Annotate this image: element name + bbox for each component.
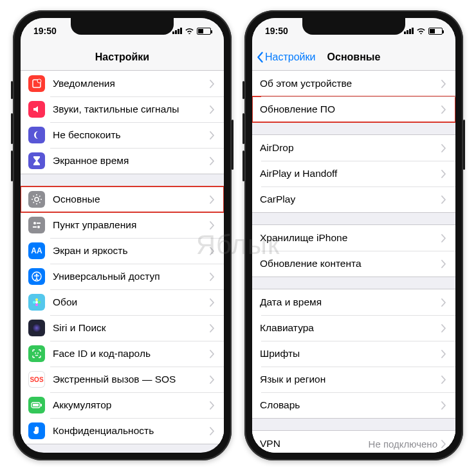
chevron-right-icon <box>210 273 215 281</box>
row-value: Не подключено <box>369 439 437 449</box>
cellular-icon <box>404 28 414 34</box>
row-label: Основные <box>53 194 210 205</box>
row-label: Обновление контента <box>260 258 441 269</box>
row-label: AirDrop <box>260 142 441 154</box>
chevron-right-icon <box>210 401 215 410</box>
sounds-icon <box>28 101 45 118</box>
row-экранное-время[interactable]: Экранное время <box>21 148 224 174</box>
chevron-right-icon <box>210 298 215 307</box>
battery-icon <box>28 397 45 413</box>
chevron-right-icon <box>210 157 215 165</box>
page-title: Основные <box>327 51 381 63</box>
chevron-right-icon <box>441 440 446 448</box>
chevron-right-icon <box>210 350 215 358</box>
row-label: Не беспокоить <box>53 129 210 141</box>
row-label: AirPlay и Handoff <box>260 168 441 179</box>
row-шрифты[interactable]: Шрифты <box>252 341 455 367</box>
chevron-right-icon <box>441 324 446 332</box>
chevron-right-icon <box>210 247 215 255</box>
svg-rect-18 <box>41 404 42 406</box>
svg-point-5 <box>37 226 40 228</box>
status-time: 19:50 <box>33 26 57 36</box>
chevron-right-icon <box>441 298 446 307</box>
row-carplay[interactable]: CarPlay <box>252 186 455 212</box>
page-title: Настройки <box>95 51 149 63</box>
back-button[interactable]: Настройки <box>256 44 315 70</box>
row-label: Экстренный вызов — SOS <box>53 374 210 385</box>
notch <box>302 18 405 35</box>
svg-point-9 <box>35 301 38 304</box>
row-клавиатура[interactable]: Клавиатура <box>252 315 455 341</box>
battery-icon <box>197 28 211 35</box>
row-label: Об этом устройстве <box>260 78 441 89</box>
row-label: Обои <box>53 296 210 308</box>
row-vpn[interactable]: VPNНе подключено <box>252 431 455 453</box>
svg-point-13 <box>38 301 41 304</box>
general-list[interactable]: Об этом устройствеОбновление ПОAirDropAi… <box>252 71 455 453</box>
AA-icon: AA <box>28 242 45 259</box>
svg-point-3 <box>33 222 36 224</box>
row-экстренный-вызов-sos[interactable]: SOSЭкстренный вызов — SOS <box>21 367 224 392</box>
svg-point-8 <box>36 274 38 276</box>
chevron-right-icon <box>441 260 446 268</box>
chevron-right-icon <box>441 144 446 152</box>
row-конфиденциальность[interactable]: Конфиденциальность <box>21 418 224 444</box>
chevron-right-icon <box>210 105 215 114</box>
row-уведомления[interactable]: Уведомления <box>21 71 224 96</box>
row-label: Экран и яркость <box>53 245 210 257</box>
svg-point-1 <box>37 79 41 83</box>
row-основные[interactable]: Основные <box>21 186 224 212</box>
flower-icon <box>28 294 45 311</box>
siri-icon <box>28 320 45 336</box>
row-label: CarPlay <box>260 194 441 205</box>
row-siri-и-поиск[interactable]: Siri и Поиск <box>21 315 224 341</box>
chevron-right-icon <box>210 131 215 140</box>
svg-point-11 <box>35 304 38 306</box>
notifications-icon <box>28 75 45 92</box>
gear-icon <box>28 191 45 208</box>
sos-icon: SOS <box>28 371 45 388</box>
wifi-icon <box>416 26 426 36</box>
row-не-беспокоить[interactable]: Не беспокоить <box>21 122 224 148</box>
chevron-right-icon <box>441 105 446 114</box>
row-хранилище-iphone[interactable]: Хранилище iPhone <box>252 225 455 251</box>
row-пункт-управления[interactable]: Пункт управления <box>21 212 224 238</box>
row-label: Звуки, тактильные сигналы <box>53 104 210 115</box>
row-face-id-и-код-пароль[interactable]: Face ID и код-пароль <box>21 341 224 367</box>
row-универсальный-доступ[interactable]: Универсальный доступ <box>21 264 224 289</box>
row-обновление-по[interactable]: Обновление ПО <box>252 96 455 122</box>
row-label: Универсальный доступ <box>53 271 210 282</box>
row-экран-и-яркость[interactable]: AAЭкран и яркость <box>21 238 224 264</box>
row-обновление-контента[interactable]: Обновление контента <box>252 251 455 277</box>
chevron-right-icon <box>210 324 215 332</box>
row-дата-и-время[interactable]: Дата и время <box>252 289 455 315</box>
switches-icon <box>28 217 45 233</box>
row-label: Аккумулятор <box>53 399 210 411</box>
back-label: Настройки <box>265 51 315 63</box>
row-обои[interactable]: Обои <box>21 289 224 315</box>
row-об-этом-устройстве[interactable]: Об этом устройстве <box>252 71 455 96</box>
row-аккумулятор[interactable]: Аккумулятор <box>21 392 224 418</box>
battery-icon <box>428 28 443 35</box>
svg-point-14 <box>32 323 41 332</box>
row-язык-и-регион[interactable]: Язык и регион <box>252 367 455 392</box>
chevron-right-icon <box>441 234 446 242</box>
svg-rect-19 <box>33 404 39 406</box>
row-словарь[interactable]: Словарь <box>252 392 455 418</box>
row-airdrop[interactable]: AirDrop <box>252 135 455 161</box>
row-label: Пункт управления <box>53 219 210 231</box>
svg-rect-4 <box>37 222 41 224</box>
phone-left: 19:50 Настройки УведомленияЗвуки, тактил… <box>13 10 232 460</box>
faceid-icon <box>28 345 45 362</box>
chevron-right-icon <box>210 195 215 204</box>
hand-icon <box>28 422 45 439</box>
cellular-icon <box>172 28 182 34</box>
row-label: Словарь <box>260 399 441 411</box>
row-label: Уведомления <box>53 78 210 89</box>
settings-list[interactable]: УведомленияЗвуки, тактильные сигналыНе б… <box>21 71 224 453</box>
row-звуки-тактильные-сигналы[interactable]: Звуки, тактильные сигналы <box>21 96 224 122</box>
row-airplay-и-handoff[interactable]: AirPlay и Handoff <box>252 161 455 186</box>
nav-bar: Настройки <box>21 44 224 71</box>
wifi-icon <box>185 26 194 36</box>
row-label: Дата и время <box>260 296 441 308</box>
